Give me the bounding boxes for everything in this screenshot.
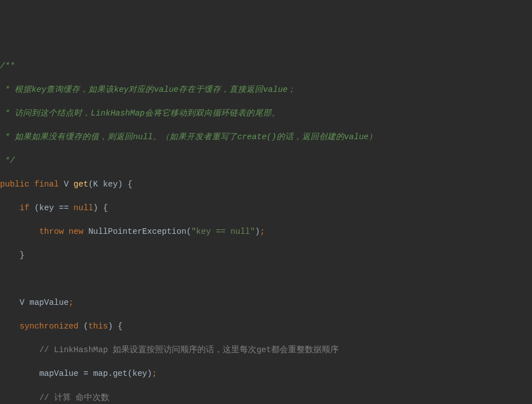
brace-close: } bbox=[0, 250, 532, 261]
doc-line: * 如果如果没有缓存的值，则返回null。（如果开发者重写了create()的话… bbox=[0, 131, 532, 143]
keyword-if: if bbox=[20, 203, 29, 212]
param-type: K bbox=[93, 180, 98, 189]
method-signature: public final V get(K key) { bbox=[0, 179, 532, 190]
keyword-null: null bbox=[74, 203, 94, 212]
assign-stmt: mapValue = map.get(key); bbox=[0, 368, 532, 380]
exception-type: NullPointerException bbox=[88, 227, 187, 236]
doc-line: */ bbox=[0, 155, 532, 167]
keyword-this: this bbox=[88, 322, 108, 331]
line-comment: // LinkHashMap 如果设置按照访问顺序的话，这里每次get都会重整数… bbox=[0, 344, 532, 356]
string-literal: "key == null" bbox=[191, 227, 255, 236]
method-name: get bbox=[74, 180, 88, 189]
keyword-throw: throw bbox=[39, 227, 64, 236]
blank-line bbox=[0, 273, 532, 285]
if-null-check: if (key == null) { bbox=[0, 202, 532, 214]
keyword-public: public bbox=[0, 180, 29, 189]
var-decl: V mapValue; bbox=[0, 297, 532, 309]
return-type: V bbox=[64, 180, 69, 189]
throw-stmt: throw new NullPointerException("key == n… bbox=[0, 226, 532, 238]
var-type: V bbox=[20, 298, 25, 307]
line-comment: // 计算 命中次数 bbox=[0, 392, 532, 404]
var-name: mapValue bbox=[29, 298, 69, 307]
keyword-final: final bbox=[34, 180, 59, 189]
doc-line: /** bbox=[0, 60, 532, 72]
doc-line: * 访问到这个结点时，LinkHashMap会将它移动到双向循环链表的尾部。 bbox=[0, 108, 532, 119]
param-name: key bbox=[103, 180, 118, 189]
keyword-synchronized: synchronized bbox=[20, 322, 78, 331]
doc-line: * 根据key查询缓存，如果该key对应的value存在于缓存，直接返回valu… bbox=[0, 84, 532, 96]
code-editor[interactable]: /** * 根据key查询缓存，如果该key对应的value存在于缓存，直接返回… bbox=[0, 48, 532, 404]
keyword-new: new bbox=[69, 227, 83, 236]
sync-block: synchronized (this) { bbox=[0, 321, 532, 332]
